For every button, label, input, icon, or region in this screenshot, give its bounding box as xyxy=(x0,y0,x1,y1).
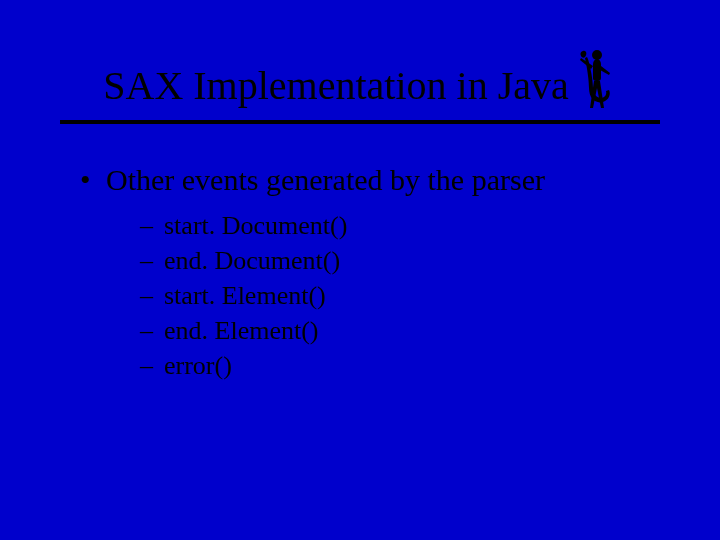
bullet-level2: start. Document() xyxy=(140,208,670,243)
bullet-text: error() xyxy=(164,351,232,380)
bullet-text: start. Element() xyxy=(164,281,326,310)
bullet-level2: end. Document() xyxy=(140,243,670,278)
bullet-text: end. Document() xyxy=(164,246,340,275)
title-underline xyxy=(60,120,660,124)
title-row: SAX Implementation in Java xyxy=(50,48,670,114)
bullet-level2: error() xyxy=(140,348,670,383)
bullet-level1: Other events generated by the parser sta… xyxy=(80,162,670,383)
saxophonist-icon xyxy=(575,48,617,110)
slide-content: Other events generated by the parser sta… xyxy=(50,162,670,383)
sub-bullet-list: start. Document() end. Document() start.… xyxy=(106,208,670,383)
svg-point-0 xyxy=(592,50,602,60)
bullet-level2: end. Element() xyxy=(140,313,670,348)
bullet-text: start. Document() xyxy=(164,211,347,240)
bullet-text: Other events generated by the parser xyxy=(106,163,545,196)
bullet-level2: start. Element() xyxy=(140,278,670,313)
slide-title: SAX Implementation in Java xyxy=(103,64,568,114)
slide: SAX Implementation in Java Other events … xyxy=(0,0,720,540)
bullet-text: end. Element() xyxy=(164,316,319,345)
